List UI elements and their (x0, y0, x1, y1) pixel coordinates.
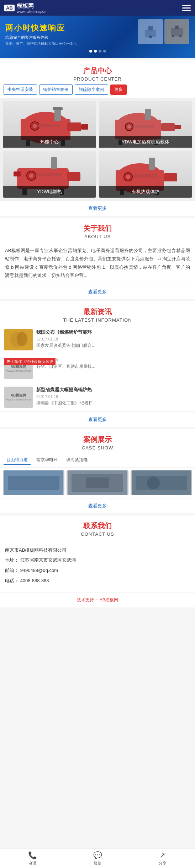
logo-box: AB (4, 5, 15, 11)
svg-rect-55 (86, 477, 109, 488)
banner-extra: 策划、推广、保护网络确标大项目三位一体化 (5, 41, 190, 46)
product-center-title: 产品中心 PRODUCT CENTER (0, 60, 195, 84)
product-tabs: 中央空调安装 锅炉销售案例 脱硫除尘案例 更多 (0, 84, 195, 98)
case-img-1 (3, 470, 64, 495)
case-card-2[interactable] (67, 470, 128, 495)
news-date-3: 22017.01.18 (36, 394, 191, 399)
case-tab-1[interactable]: 台山得力道 (4, 455, 31, 465)
product-label-4: 有机热载体炉 (99, 186, 192, 198)
about-title-cn: 关于我们 (0, 224, 195, 233)
case-title-cn: 案例展示 (0, 435, 195, 444)
svg-rect-26 (135, 125, 154, 128)
product-card-3[interactable]: YDW电加热 (3, 151, 96, 198)
svg-rect-57 (136, 476, 187, 490)
case-tab-3[interactable]: 珠海紫翔电 (63, 455, 90, 465)
news-date-1: 22017.01.18 (36, 337, 191, 341)
case-card-3[interactable] (131, 470, 192, 495)
tab-more[interactable]: 更多 (110, 84, 127, 95)
logo: AB 模板网 Www.AdminBuy.Cn (4, 2, 46, 13)
case-title-en: CASE SHOW (0, 445, 195, 451)
svg-rect-15 (38, 124, 60, 127)
footer-support-label: 技术支持： (77, 597, 98, 602)
svg-rect-10 (81, 124, 88, 130)
news-body-3: 新型省煤器大幅提高锅炉热 22017.01.18 摘编自《中国化工报》 记者日.… (36, 387, 191, 408)
svg-point-48 (17, 332, 27, 346)
tab-boiler-sales[interactable]: 锅炉销售案例 (39, 84, 73, 95)
news-body-2: 22017.01.18 各省、自治区、直辖市质量技... (36, 358, 191, 379)
news-item-2[interactable]: 关于简化《特种设备安装改 AB模板网 Www.AdminBuy.Cn 22017… (0, 354, 195, 383)
contact-address-value: 江苏省南京市玄武区玄武湖 (20, 557, 76, 563)
news-thumb-logo-3: AB模板网 Www.AdminBuy.Cn (5, 392, 32, 403)
news-date-2: 22017.01.18 (36, 358, 191, 362)
product-card-2[interactable]: YDW电加热有机热载体 (99, 101, 192, 148)
news-view-more[interactable]: 查看更多 (0, 412, 195, 427)
news-title-en: THE LATEST INFORMATION (0, 317, 195, 323)
contact-details: 南京市AB模板网科技有限公司 地址： 江苏省南京市玄武区玄武湖 邮箱： 9490… (0, 542, 195, 593)
dot-1[interactable] (89, 50, 92, 53)
banner-dots (5, 50, 190, 53)
svg-point-25 (127, 125, 131, 129)
product-card-1[interactable]: 热能中心 (3, 101, 96, 148)
about-title-en: ABOUT US (0, 234, 195, 239)
svg-rect-30 (14, 171, 21, 176)
product-label-1: 热能中心 (3, 136, 96, 148)
svg-rect-51 (8, 476, 59, 490)
logo-main: 模板网 (17, 2, 47, 10)
svg-point-58 (147, 476, 160, 489)
banner: 两小时快速响应 给您完全的客户服务体验 策划、推广、保护网络确标大项目三位一体化 (0, 16, 195, 58)
contact-title: 联系我们 CONTACT US (0, 515, 195, 540)
news-body-1: 我国公布《燃煤锅炉节能环 22017.01.18 国家发展改革委等七部门联合..… (36, 329, 191, 350)
about-section: 关于我们 ABOUT US AB模板网是一家专业从事企业营销策划、电子商务运营服… (0, 218, 195, 299)
contact-phone-value: 4008-888-888 (20, 578, 49, 583)
svg-rect-27 (145, 109, 151, 120)
case-tabs: 台山得力道 南京华电环 珠海紫翔电 (0, 453, 195, 468)
tab-desulfur[interactable]: 脱硫除尘案例 (75, 84, 108, 95)
news-thumb-1 (4, 329, 33, 350)
contact-title-en: CONTACT US (0, 531, 195, 537)
dot-4[interactable] (103, 50, 106, 53)
case-view-more[interactable]: 查看更多 (0, 498, 195, 513)
svg-rect-21 (175, 125, 181, 129)
news-item-3[interactable]: AB模板网 Www.AdminBuy.Cn 新型省煤器大幅提高锅炉热 22017… (0, 383, 195, 412)
about-title: 关于我们 ABOUT US (0, 218, 195, 242)
news-thumb-3: AB模板网 Www.AdminBuy.Cn (4, 387, 33, 408)
case-img-2 (67, 470, 128, 495)
news-title-1: 我国公布《燃煤锅炉节能环 (36, 329, 191, 335)
logo-text: 模板网 Www.AdminBuy.Cn (17, 2, 47, 13)
news-item-1[interactable]: 我国公布《燃煤锅炉节能环 22017.01.18 国家发展改革委等七部门联合..… (0, 326, 195, 354)
about-view-more[interactable]: 查看更多 (0, 284, 195, 299)
contact-email-row: 邮箱： 9490489@qq.com (5, 567, 190, 574)
svg-point-14 (33, 124, 37, 128)
contact-company: 南京市AB模板网科技有限公司 (5, 547, 190, 554)
contact-address-label: 地址： (5, 557, 19, 563)
news-title-3: 新型省煤器大幅提高锅炉热 (36, 387, 191, 393)
contact-email-label: 邮箱： (5, 568, 19, 573)
product-view-more[interactable]: 查看更多 (0, 201, 195, 216)
contact-address-row: 地址： 江苏省南京市玄武区玄武湖 (5, 557, 190, 564)
header: AB 模板网 Www.AdminBuy.Cn (0, 0, 195, 16)
dot-3[interactable] (99, 50, 101, 53)
logo-sub: Www.AdminBuy.Cn (17, 10, 47, 13)
product-center-section: 产品中心 PRODUCT CENTER 中央空调安装 锅炉销售案例 脱硫除尘案例… (0, 60, 195, 216)
tab-air-con[interactable]: 中央空调安装 (4, 84, 37, 95)
product-label-2: YDW电加热有机热载体 (99, 136, 192, 148)
product-title-cn: 产品中心 (0, 66, 195, 76)
svg-rect-36 (37, 173, 62, 176)
banner-subtitle: 给您完全的客户服务体验 (5, 35, 190, 40)
news-section: 最新资讯 THE LATEST INFORMATION 我国公布《燃煤锅炉节能环… (0, 301, 195, 427)
footer-support-brand: AB模板网 (100, 597, 118, 602)
product-title-en: PRODUCT CENTER (0, 76, 195, 82)
svg-rect-35 (51, 157, 57, 169)
news-title-cn: 最新资讯 (0, 307, 195, 317)
case-tab-2[interactable]: 南京华电环 (33, 455, 60, 465)
product-card-4[interactable]: 有机热载体炉 (99, 151, 192, 198)
contact-phone-label: 电话： (5, 578, 19, 583)
hamburger-menu[interactable] (182, 5, 191, 11)
svg-rect-20 (161, 123, 175, 131)
case-section: 案例展示 CASE SHOW 台山得力道 南京华电环 珠海紫翔电 查看更多 (0, 429, 195, 513)
svg-rect-17 (53, 107, 63, 110)
svg-rect-16 (54, 108, 61, 121)
dot-2[interactable] (94, 50, 97, 53)
case-card-1[interactable] (3, 470, 64, 495)
banner-title: 两小时快速响应 (5, 23, 190, 33)
